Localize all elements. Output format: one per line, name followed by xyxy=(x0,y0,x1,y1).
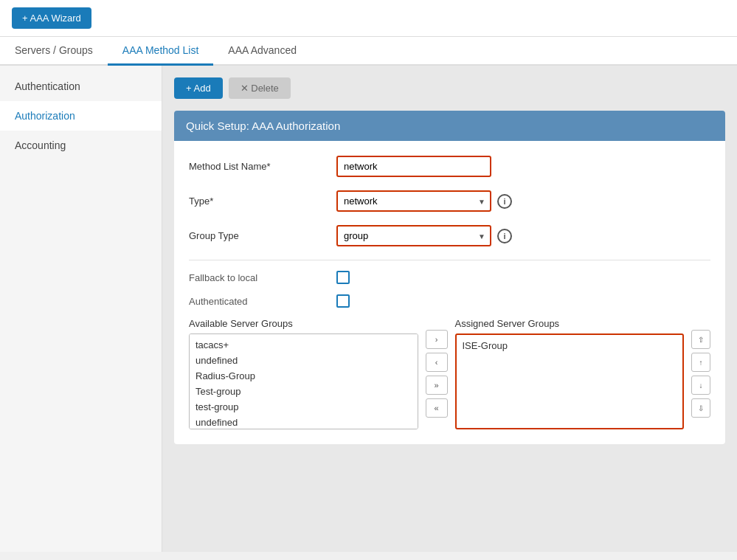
server-groups-section: Available Server Groups tacacs+ undefine… xyxy=(189,318,710,429)
sidebar-item-authentication[interactable]: Authentication xyxy=(0,72,162,101)
type-info-icon[interactable]: i xyxy=(497,194,512,209)
tab-aaa-advanced[interactable]: AAA Advanced xyxy=(213,37,311,66)
authenticated-label: Authenticated xyxy=(189,296,336,307)
tab-aaa-method-list[interactable]: AAA Method List xyxy=(108,37,214,66)
type-label: Type* xyxy=(189,196,336,207)
authenticated-checkbox[interactable] xyxy=(336,294,350,308)
list-item[interactable]: undefined xyxy=(190,415,418,429)
method-list-name-label: Method List Name* xyxy=(189,161,336,172)
type-select[interactable]: network exec commands xyxy=(336,190,491,212)
order-buttons: ⇧ ↑ ↓ ⇩ xyxy=(691,330,710,418)
list-item[interactable]: tacacs+ xyxy=(190,337,418,353)
authenticated-row: Authenticated xyxy=(189,294,710,308)
move-bottom-button[interactable]: ⇩ xyxy=(691,398,710,418)
transfer-left-one-button[interactable]: ‹ xyxy=(426,353,448,372)
fallback-label: Fallback to local xyxy=(189,272,336,283)
delete-button[interactable]: ✕ Delete xyxy=(229,77,291,99)
list-item[interactable]: Test-group xyxy=(190,384,418,399)
method-list-name-row: Method List Name* xyxy=(189,156,710,177)
list-item[interactable]: Radius-Group xyxy=(190,368,418,384)
transfer-left-all-button[interactable]: « xyxy=(426,398,448,418)
list-item[interactable]: test-group xyxy=(190,399,418,415)
move-top-button[interactable]: ⇧ xyxy=(691,330,710,349)
transfer-right-one-button[interactable]: › xyxy=(426,330,448,349)
top-bar: + AAA Wizard xyxy=(0,0,737,37)
method-list-name-input[interactable] xyxy=(336,156,491,177)
transfer-right-all-button[interactable]: » xyxy=(426,376,448,395)
assigned-server-groups-box: Assigned Server Groups ISE-Group xyxy=(455,318,685,429)
fallback-row: Fallback to local xyxy=(189,271,710,284)
group-type-select[interactable]: group radius tacacs+ xyxy=(336,225,491,246)
tab-bar: Servers / Groups AAA Method List AAA Adv… xyxy=(0,37,737,66)
aaa-wizard-button[interactable]: + AAA Wizard xyxy=(12,7,91,29)
main-layout: Authentication Authorization Accounting … xyxy=(0,66,737,552)
list-item[interactable]: ISE-Group xyxy=(457,338,683,353)
move-down-button[interactable]: ↓ xyxy=(691,376,710,395)
fallback-checkbox[interactable] xyxy=(336,271,350,284)
type-select-wrapper: network exec commands ▼ xyxy=(336,190,491,212)
available-server-groups-label: Available Server Groups xyxy=(189,318,418,329)
type-row: Type* network exec commands ▼ i xyxy=(189,190,710,212)
group-type-label: Group Type xyxy=(189,230,336,241)
tab-servers-groups[interactable]: Servers / Groups xyxy=(0,37,108,66)
sidebar-item-authorization[interactable]: Authorization xyxy=(0,101,162,131)
group-type-info-icon[interactable]: i xyxy=(497,229,512,243)
move-up-button[interactable]: ↑ xyxy=(691,353,710,372)
divider xyxy=(189,260,710,260)
toolbar: + Add ✕ Delete xyxy=(174,77,725,99)
content-area: + Add ✕ Delete Quick Setup: AAA Authoriz… xyxy=(162,66,737,552)
list-item[interactable]: undefined xyxy=(190,353,418,368)
sidebar: Authentication Authorization Accounting xyxy=(0,66,162,552)
sidebar-item-accounting[interactable]: Accounting xyxy=(0,131,162,160)
transfer-buttons: › ‹ » « xyxy=(426,330,448,418)
assigned-server-groups-list[interactable]: ISE-Group xyxy=(455,333,685,429)
assigned-server-groups-label: Assigned Server Groups xyxy=(455,318,685,329)
panel-header: Quick Setup: AAA Authorization xyxy=(174,111,725,141)
aaa-authorization-panel: Quick Setup: AAA Authorization Method Li… xyxy=(174,111,725,444)
group-type-row: Group Type group radius tacacs+ ▼ i xyxy=(189,225,710,246)
available-server-groups-list[interactable]: tacacs+ undefined Radius-Group Test-grou… xyxy=(189,333,418,429)
add-button[interactable]: + Add xyxy=(174,77,223,99)
panel-body: Method List Name* Type* network exec com… xyxy=(174,141,725,444)
group-type-select-wrapper: group radius tacacs+ ▼ xyxy=(336,225,491,246)
available-server-groups-box: Available Server Groups tacacs+ undefine… xyxy=(189,318,418,429)
